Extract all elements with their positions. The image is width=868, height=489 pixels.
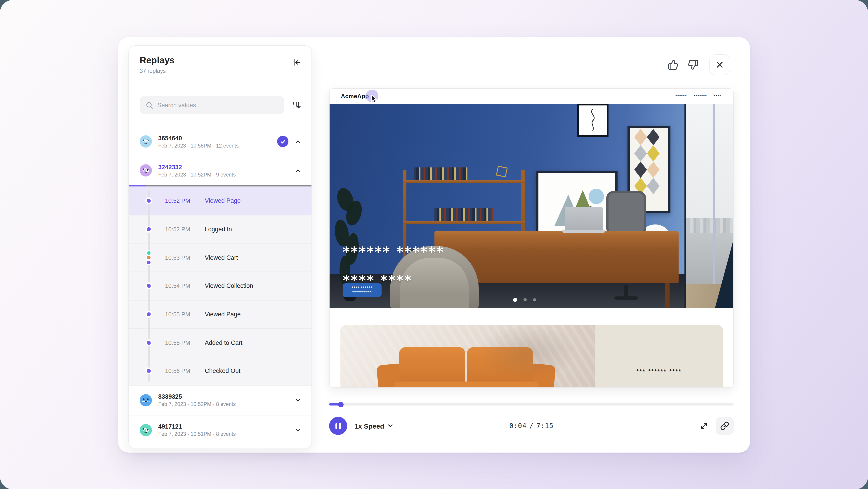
copy-link-button[interactable]	[716, 417, 734, 435]
session-row-4917121[interactable]: 4917121 Feb 7, 2023 · 10:51PM · 8 events	[129, 415, 311, 445]
session-avatar	[140, 394, 152, 406]
session-avatar	[140, 424, 152, 436]
event-row[interactable]: 10:55 PM Added to Cart	[129, 328, 311, 356]
event-row[interactable]: 10:54 PM Viewed Collection	[129, 271, 311, 300]
hero-photo-office-chair	[606, 191, 646, 235]
stage-lower-section: *** ****** ****	[330, 308, 733, 387]
event-row[interactable]: 10:52 PM Logged In	[129, 215, 311, 243]
hero-photo-laptop	[565, 207, 605, 233]
event-timeline: 10:52 PM Viewed Page 10:52 PM Logged In …	[129, 186, 311, 385]
session-subtitle: Feb 7, 2023 · 10:52PM · 9 events	[158, 172, 236, 177]
event-time: 10:56 PM	[165, 368, 205, 374]
thumbs-down-button[interactable]	[688, 59, 699, 70]
session-row-3242332[interactable]: 3242332 Feb 7, 2023 · 10:52PM · 9 events	[129, 156, 311, 185]
session-row-8339325[interactable]: 8339325 Feb 7, 2023 · 10:52PM · 8 events	[129, 385, 311, 415]
event-time: 10:53 PM	[165, 254, 205, 261]
chevron-up-icon[interactable]	[294, 138, 302, 145]
current-time: 0:04	[509, 422, 526, 430]
event-time: 10:54 PM	[165, 283, 205, 289]
time-display: 0:04/7:15	[509, 422, 554, 430]
masked-nav-item: ****	[714, 94, 721, 98]
event-dot	[147, 341, 151, 345]
session-meta: 4917121 Feb 7, 2023 · 10:51PM · 8 events	[158, 423, 236, 437]
feedback-toolbar	[668, 54, 730, 75]
session-meta: 3654640 Feb 7, 2023 · 10:58PM · 12 event…	[158, 135, 239, 148]
event-dot-group	[147, 251, 151, 264]
masked-headline-line1: ****** ******	[343, 238, 444, 266]
playback-progress-bar[interactable]	[329, 403, 734, 405]
event-dot	[147, 227, 151, 231]
duration: 7:15	[536, 422, 554, 430]
close-button[interactable]	[709, 54, 730, 75]
session-row-3654640[interactable]: 3654640 Feb 7, 2023 · 10:58PM · 12 event…	[129, 127, 311, 156]
event-dot	[147, 312, 151, 316]
link-icon	[720, 421, 729, 430]
event-row[interactable]: 10:55 PM Viewed Page	[129, 300, 311, 328]
hero-photo-window	[684, 104, 733, 308]
search-input[interactable]: Search values...	[140, 96, 284, 114]
cursor-icon	[370, 94, 378, 103]
product-photo-sofa	[340, 325, 595, 388]
pause-button[interactable]	[329, 417, 347, 435]
event-time: 10:55 PM	[165, 311, 205, 318]
sort-descending-icon	[291, 100, 302, 110]
session-progress-bar[interactable]	[129, 185, 311, 186]
replays-sidebar: Replays 37 replays Search values...	[128, 45, 312, 449]
event-time: 10:52 PM	[165, 197, 205, 204]
replay-stage: AcmeApp ****** ******* ****	[329, 88, 734, 388]
search-icon	[146, 101, 153, 109]
replayed-app-logo: AcmeApp	[341, 93, 369, 99]
session-subtitle: Feb 7, 2023 · 10:51PM · 8 events	[158, 432, 236, 437]
event-row[interactable]: 10:56 PM Checked Out	[129, 356, 311, 385]
check-icon	[280, 138, 286, 145]
sort-button[interactable]	[291, 99, 303, 111]
event-row[interactable]: 10:53 PM Viewed Cart	[129, 243, 311, 271]
event-name: Viewed Cart	[205, 254, 238, 261]
session-meta: 8339325 Feb 7, 2023 · 10:52PM · 8 events	[158, 394, 236, 407]
event-name: Added to Cart	[205, 339, 243, 346]
product-card[interactable]: *** ****** ****	[340, 325, 723, 388]
watched-check-badge	[277, 136, 288, 147]
session-id: 4917121	[158, 423, 236, 430]
speed-label: 1x Speed	[354, 422, 384, 430]
thumbs-up-icon	[668, 59, 679, 70]
event-dot	[147, 369, 151, 373]
event-row[interactable]: 10:52 PM Viewed Page	[129, 186, 311, 215]
event-name: Logged In	[205, 226, 232, 233]
session-id: 3242332	[158, 164, 236, 170]
sidebar-header: Replays 37 replays	[129, 46, 311, 82]
session-id: 8339325	[158, 394, 236, 400]
replayed-app-header: AcmeApp ****** ******* ****	[330, 89, 733, 104]
player-controls: 1x Speed 0:04/7:15	[329, 415, 734, 436]
chevron-down-icon[interactable]	[294, 397, 302, 404]
product-info-panel: *** ****** ****	[595, 325, 723, 388]
page-title: Replays	[140, 55, 301, 66]
event-dot	[147, 284, 151, 288]
viewport: Replays 37 replays Search values...	[0, 0, 868, 489]
thumbs-up-button[interactable]	[668, 59, 679, 70]
carousel-dot-active[interactable]	[513, 298, 517, 302]
carousel-dot[interactable]	[524, 298, 527, 301]
carousel-dot[interactable]	[533, 298, 536, 301]
close-icon	[716, 61, 724, 69]
carousel-dots[interactable]	[513, 298, 536, 302]
hero-photo-art-small	[577, 104, 609, 137]
search-row: Search values...	[129, 82, 311, 127]
chevron-down-icon	[388, 424, 393, 428]
replay-count: 37 replays	[140, 68, 301, 74]
playback-progress-thumb[interactable]	[338, 402, 344, 407]
expand-button[interactable]	[700, 421, 708, 430]
session-meta: 3242332 Feb 7, 2023 · 10:52PM · 9 events	[158, 164, 236, 177]
collapse-sidebar-button[interactable]	[291, 57, 303, 68]
hero-cta-button[interactable]: **** ****** **********	[343, 283, 381, 297]
search-placeholder: Search values...	[157, 102, 201, 108]
event-name: Viewed Collection	[205, 283, 253, 289]
chevron-up-icon[interactable]	[294, 167, 302, 174]
event-dot	[147, 199, 151, 203]
speed-dropdown[interactable]: 1x Speed	[354, 422, 393, 430]
event-name: Viewed Page	[205, 311, 241, 318]
chevron-down-icon[interactable]	[294, 427, 302, 434]
collapse-left-icon	[291, 57, 302, 67]
session-avatar	[140, 164, 152, 176]
time-separator: /	[529, 422, 533, 430]
